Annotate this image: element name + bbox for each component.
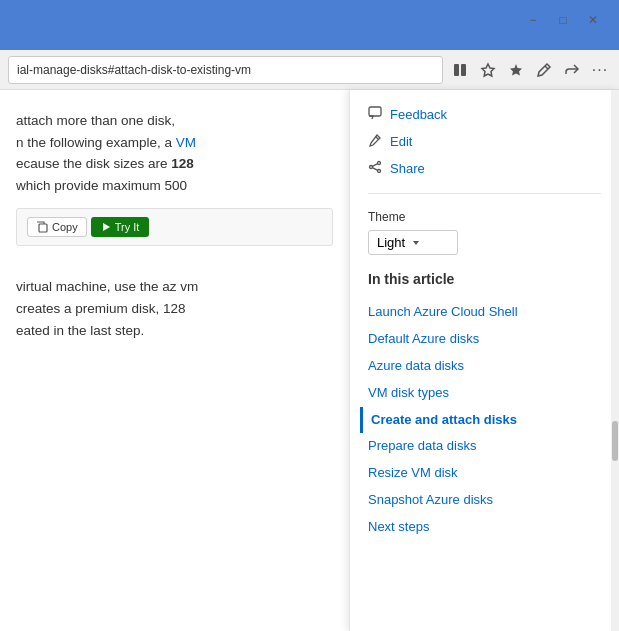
favorites-icon[interactable] [505,59,527,81]
text-eated: eated in the last step. [16,323,144,338]
svg-marker-14 [413,241,419,245]
toc-item[interactable]: Snapshot Azure disks [368,487,601,514]
svg-marker-6 [103,223,110,231]
copy-button[interactable]: Copy [27,217,87,237]
text-attach: attach more than one disk, [16,113,175,128]
theme-value: Light [377,235,405,250]
az-vm-link[interactable]: az vm [162,279,198,294]
edit-item[interactable]: Edit [368,133,601,150]
code-buttons: Copy Try It [27,217,149,237]
toc-list: Launch Azure Cloud ShellDefault Azure di… [368,299,601,541]
main-content: attach more than one disk, n the followi… [0,90,349,631]
theme-label: Theme [368,210,601,224]
share-label: Share [390,161,425,176]
toc-item[interactable]: Create and attach disks [360,407,601,434]
share-item[interactable]: Share [368,160,601,177]
toc-item[interactable]: Launch Azure Cloud Shell [368,299,601,326]
toc-item[interactable]: Next steps [368,514,601,541]
close-button[interactable]: ✕ [579,10,607,30]
address-bar[interactable]: ial-manage-disks#attach-disk-to-existing… [8,56,443,84]
more-options-icon[interactable]: ··· [589,59,611,81]
svg-line-13 [372,168,377,171]
window-controls: − □ ✕ [519,10,607,30]
theme-section: Theme Light [368,210,601,255]
browser-window: − □ ✕ ial-manage-disks#attach-disk-to-ex… [0,0,619,631]
toc-item[interactable]: Prepare data disks [368,433,601,460]
notes-icon[interactable] [533,59,555,81]
svg-rect-0 [454,64,459,76]
paragraph-2: virtual machine, use the az vm creates a… [16,276,333,341]
try-label: Try It [115,221,140,233]
try-it-button[interactable]: Try It [91,217,150,237]
edit-icon [368,133,382,150]
scrollbar-thumb[interactable] [612,421,618,461]
chevron-down-icon [411,238,421,248]
toc-item[interactable]: Resize VM disk [368,460,601,487]
feedback-item[interactable]: Feedback [368,106,601,123]
feedback-icon [368,106,382,123]
text-creates: creates a premium disk [16,301,156,316]
main-text-block: attach more than one disk, n the followi… [16,110,333,196]
theme-select[interactable]: Light [368,230,458,255]
bottom-text-block: virtual machine, use the az vm creates a… [16,276,333,341]
address-text: ial-manage-disks#attach-disk-to-existing… [17,63,251,77]
svg-rect-7 [369,107,381,116]
svg-point-9 [378,162,381,165]
in-article-title: In this article [368,271,601,287]
svg-point-10 [370,166,373,169]
svg-line-4 [545,66,548,69]
toc-item[interactable]: VM disk types [368,380,601,407]
svg-marker-3 [510,64,522,76]
svg-rect-1 [461,64,466,76]
text-which: which provide maximum 500 [16,178,187,193]
text-comma: , 128 [156,301,186,316]
vm-link[interactable]: VM [176,135,196,150]
restore-button[interactable]: □ [549,10,577,30]
edit-label: Edit [390,134,412,149]
text-because: ecause the disk sizes are 128 [16,156,194,171]
page-area: attach more than one disk, n the followi… [0,90,619,631]
text-example: n the following example, a [16,135,176,150]
toc-item[interactable]: Default Azure disks [368,326,601,353]
paragraph-1: attach more than one disk, n the followi… [16,110,333,196]
share-icon[interactable] [561,59,583,81]
svg-rect-5 [39,224,47,232]
panel-scrollbar[interactable] [611,90,619,631]
copy-label: Copy [52,221,78,233]
panel-actions: Feedback Edit [368,106,601,194]
svg-point-11 [378,170,381,173]
svg-line-12 [372,164,377,167]
bookmark-icon[interactable] [477,59,499,81]
toc-item[interactable]: Azure data disks [368,353,601,380]
share-icon-panel [368,160,382,177]
svg-marker-2 [482,64,494,76]
reader-icon[interactable] [449,59,471,81]
side-panel: Feedback Edit [349,90,619,631]
feedback-label: Feedback [390,107,447,122]
browser-toolbar: ial-manage-disks#attach-disk-to-existing… [0,50,619,90]
code-block: Copy Try It [16,208,333,246]
minimize-button[interactable]: − [519,10,547,30]
text-vm-use: virtual machine, use the [16,279,162,294]
